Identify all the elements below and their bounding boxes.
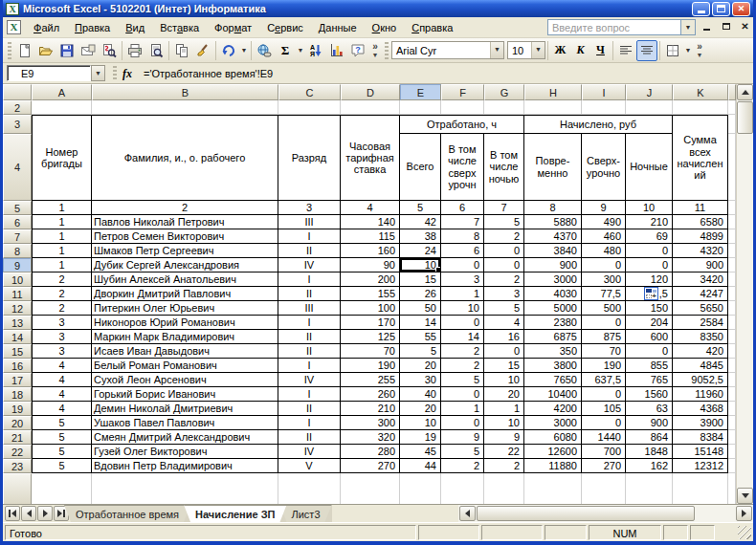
sheet-tab-1[interactable]: Отработанное время: [64, 505, 190, 522]
cell[interactable]: Питеркин Олег Юрьевич: [92, 301, 278, 316]
row-header-14[interactable]: 14: [3, 330, 32, 344]
cell[interactable]: 3000: [524, 416, 582, 430]
cell[interactable]: [32, 473, 92, 504]
cell[interactable]: 700: [582, 445, 626, 459]
chart-wizard-button[interactable]: [326, 40, 347, 61]
cell[interactable]: 4899: [673, 229, 728, 244]
cell[interactable]: 125: [341, 330, 400, 344]
first-sheet-button[interactable]: [5, 506, 20, 521]
ask-question-input[interactable]: Введите вопрос: [547, 19, 681, 35]
cell[interactable]: 44: [400, 459, 441, 473]
cell[interactable]: 120: [626, 272, 673, 287]
cell[interactable]: I: [278, 316, 341, 330]
row-header-18[interactable]: 18: [3, 387, 32, 402]
cell[interactable]: 45: [400, 445, 441, 459]
cell[interactable]: 40: [400, 387, 441, 402]
cell[interactable]: 270: [341, 459, 400, 473]
cell[interactable]: [728, 201, 736, 215]
header-cell-name[interactable]: Фамилия, и., о. рабочего: [92, 115, 278, 201]
row-header-2[interactable]: 2: [3, 100, 32, 115]
cell[interactable]: 20: [484, 387, 524, 402]
row-header-4[interactable]: 4: [3, 134, 32, 201]
cell[interactable]: 0: [484, 258, 524, 272]
cell[interactable]: 3420: [673, 272, 728, 287]
cell[interactable]: 1: [32, 244, 92, 258]
sheet-tab-2[interactable]: Начисление ЗП: [184, 505, 286, 522]
row-header-22[interactable]: 22: [3, 445, 32, 459]
horizontal-scrollbar[interactable]: [458, 505, 753, 522]
cell[interactable]: 70: [582, 344, 626, 359]
cell[interactable]: [728, 445, 736, 459]
formula-input[interactable]: ='Отработанное время'!E9: [138, 68, 749, 79]
cell[interactable]: 2380: [524, 316, 582, 330]
new-document-button[interactable]: [14, 40, 35, 61]
header-cell-total[interactable]: Сумма всех начислен ий: [673, 115, 728, 201]
cell[interactable]: Павлов Николай Петрович: [92, 215, 278, 229]
paste-options-icon[interactable]: +: [644, 287, 658, 300]
cell[interactable]: 4200: [524, 402, 582, 416]
cell[interactable]: [728, 373, 736, 387]
cell[interactable]: 637,5: [582, 373, 626, 387]
cell[interactable]: 2584: [673, 316, 728, 330]
cell[interactable]: [626, 100, 673, 115]
header-cell-accrued_time[interactable]: Повре- менно: [524, 134, 582, 201]
cell[interactable]: 3: [32, 316, 92, 330]
cell[interactable]: [728, 316, 736, 330]
cell[interactable]: [728, 215, 736, 229]
cell[interactable]: 5: [484, 215, 524, 229]
cell[interactable]: 4247: [673, 287, 728, 301]
cell[interactable]: V: [278, 459, 341, 473]
cell[interactable]: 260: [341, 387, 400, 402]
cell[interactable]: [728, 301, 736, 316]
cell[interactable]: 24: [400, 244, 441, 258]
column-header-C[interactable]: C: [278, 84, 341, 100]
cell[interactable]: 105: [582, 402, 626, 416]
cell[interactable]: Сухой Леон Арсенович: [92, 373, 278, 387]
cell[interactable]: 5650: [673, 301, 728, 316]
cell[interactable]: 2: [32, 272, 92, 287]
cell[interactable]: Исаев Иван Давыдович: [92, 344, 278, 359]
cell[interactable]: 12312: [673, 459, 728, 473]
scroll-down-button[interactable]: [737, 488, 753, 504]
cell[interactable]: 3: [484, 287, 524, 301]
undo-dropdown-icon[interactable]: ▼: [239, 40, 249, 61]
cell[interactable]: IV: [278, 258, 341, 272]
search-button[interactable]: [99, 40, 120, 61]
cell[interactable]: 1440: [582, 430, 626, 445]
toolbar-options-icon[interactable]: »▼: [368, 42, 382, 59]
cell[interactable]: III: [278, 301, 341, 316]
cell[interactable]: 0: [626, 258, 673, 272]
cell[interactable]: 77,5: [582, 287, 626, 301]
cell[interactable]: 855: [626, 359, 673, 373]
cell[interactable]: 22: [484, 445, 524, 459]
cell[interactable]: [341, 473, 400, 504]
open-button[interactable]: [35, 40, 56, 61]
cell[interactable]: Гузей Олег Викторович: [92, 445, 278, 459]
print-button[interactable]: [124, 40, 145, 61]
cell[interactable]: 0: [441, 258, 484, 272]
menu-item-8[interactable]: Справка: [404, 19, 460, 36]
horizontal-scroll-thumb[interactable]: [477, 506, 695, 521]
cell[interactable]: 3: [32, 344, 92, 359]
cell[interactable]: 3: [32, 330, 92, 344]
cell[interactable]: 5: [400, 201, 441, 215]
cell[interactable]: 4: [32, 402, 92, 416]
cell[interactable]: 11960: [673, 387, 728, 402]
maximize-button[interactable]: [712, 2, 730, 16]
cell[interactable]: I: [278, 416, 341, 430]
cell[interactable]: [728, 287, 736, 301]
cell[interactable]: I: [278, 229, 341, 244]
cell[interactable]: 1: [32, 258, 92, 272]
cell[interactable]: 150: [626, 301, 673, 316]
cell[interactable]: 9: [582, 201, 626, 215]
doc-restore-button[interactable]: [718, 20, 734, 34]
header-cell-rate[interactable]: Часовая тарифная ставка: [341, 115, 400, 201]
cell[interactable]: [626, 473, 673, 504]
cell[interactable]: 5: [32, 445, 92, 459]
formatting-toolbar-grip[interactable]: [385, 42, 389, 59]
cell[interactable]: 280: [341, 445, 400, 459]
autosum-dropdown-icon[interactable]: ▼: [296, 40, 305, 61]
cell[interactable]: 20: [400, 402, 441, 416]
cell[interactable]: 1848: [626, 445, 673, 459]
prev-sheet-button[interactable]: [21, 506, 36, 521]
